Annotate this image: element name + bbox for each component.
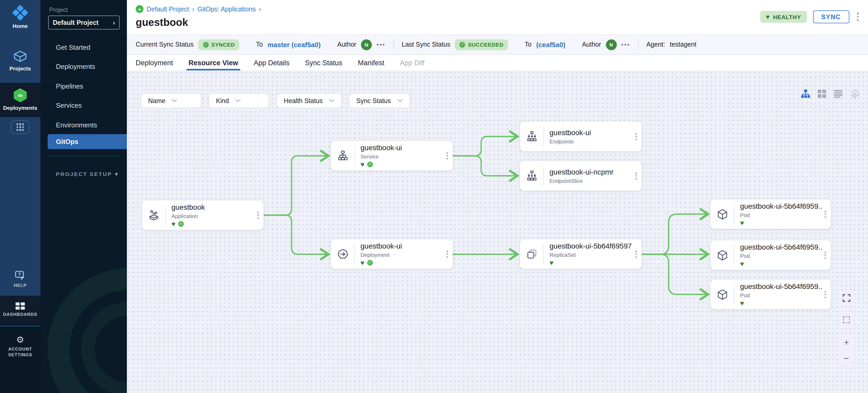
node-menu-kebab[interactable] [823, 280, 831, 309]
tab-deployment[interactable]: Deployment [136, 55, 173, 70]
zoom-in-button[interactable]: + [838, 334, 855, 351]
gitops-label: GitOps [56, 138, 79, 145]
help-chat-icon: ? [14, 270, 26, 281]
name-filter-dropdown[interactable]: Name [141, 93, 202, 108]
fit-to-screen-button[interactable] [838, 290, 855, 306]
last-revision-link[interactable]: (ceaf5a0) [536, 41, 565, 48]
tab-resource-view[interactable]: Resource View [188, 55, 238, 70]
kind-filter-dropdown[interactable]: Kind [209, 93, 269, 108]
sidebar-item-projects[interactable]: Projects [0, 50, 40, 71]
node-name: guestbook-ui-5b64f69597 [550, 242, 633, 250]
health-status-filter-dropdown[interactable]: Health Status [277, 93, 342, 108]
succeeded-badge-label: SUCCEEDED [468, 41, 503, 47]
node-endpointslice-guestbook-ui-ncpmr[interactable]: guestbook-ui-ncpmr EndpointSlice [520, 161, 642, 191]
node-name: guestbook-ui-5b64f6959... [740, 202, 823, 210]
sync-status-filter-dropdown[interactable]: Sync Status [349, 93, 410, 108]
node-endpoints-guestbook-ui[interactable]: guestbook-ui Endpoints [520, 122, 642, 151]
sidebar-item-help[interactable]: ? HELP [0, 270, 40, 288]
tab-sync-status[interactable]: Sync Status [305, 55, 342, 70]
node-application-guestbook[interactable]: guestbook Application ♥✓ [142, 200, 264, 230]
tree-view-icon[interactable] [801, 89, 810, 98]
node-pod-3[interactable]: guestbook-ui-5b64f6959... Pod ♥ [711, 280, 831, 309]
node-menu-kebab[interactable] [444, 141, 453, 170]
sidebar-item-pipelines[interactable]: Pipelines [40, 80, 127, 92]
grid-view-icon[interactable] [818, 90, 826, 98]
pod-kind-icon [711, 240, 734, 270]
module-sidebar: Home Projects ∞ Deployments [0, 0, 40, 393]
node-kind: EndpointSlice [550, 177, 633, 184]
breadcrumb: ∞ Default Project › GitOps: Applications… [136, 5, 868, 13]
sync-button[interactable]: SYNC [813, 10, 849, 23]
last-more-button[interactable]: ••• [621, 41, 630, 47]
project-setup-toggle[interactable]: PROJECT SETUP ▾ [40, 168, 127, 180]
health-badge-label: HEALTHY [773, 14, 801, 20]
account-label-line1: ACCOUNT [8, 347, 32, 352]
check-circle-icon: ✓ [203, 42, 209, 47]
breadcrumb-applications[interactable]: GitOps: Applications [197, 5, 256, 13]
healthy-heart-icon: ♥ [740, 260, 744, 267]
marquee-select-button[interactable] [838, 312, 855, 328]
help-label: HELP [14, 283, 26, 288]
pod-kind-icon [711, 199, 734, 229]
gear-icon: ⚙ [16, 335, 24, 344]
node-replicaset-guestbook-ui-5b64f69597[interactable]: guestbook-ui-5b64f69597 ReplicaSet ♥ [520, 239, 642, 269]
chevron-down-icon [398, 97, 403, 102]
healthy-heart-icon: ♥ [361, 161, 364, 167]
node-menu-kebab[interactable] [633, 122, 642, 151]
node-name: guestbook [172, 203, 255, 211]
sidebar-item-gitops[interactable]: GitOps [48, 134, 127, 149]
sync-status-bar: Current Sync Status ✓ SYNCED To master (… [127, 34, 868, 55]
node-name: guestbook-ui-ncpmr [550, 168, 633, 176]
sidebar-item-account-settings[interactable]: ⚙ ACCOUNT SETTINGS [0, 335, 40, 358]
tab-manifest[interactable]: Manifest [358, 55, 384, 70]
project-section-label: Project [49, 7, 68, 13]
sidebar-item-home[interactable]: Home [0, 6, 40, 29]
sidebar-item-deployments-menu[interactable]: Deployments [40, 60, 127, 72]
synced-badge-label: SYNCED [211, 41, 235, 47]
sidebar-item-deployments[interactable]: ∞ Deployments [0, 88, 40, 111]
heart-icon: ♥ [766, 13, 770, 20]
current-more-button[interactable]: ••• [376, 41, 385, 47]
author-avatar: N [361, 39, 372, 50]
current-sync-label: Current Sync Status [136, 41, 194, 48]
app-tabs: Deployment Resource View App Details Syn… [127, 55, 868, 70]
chevron-down-icon: ▾ [115, 171, 119, 177]
list-view-icon[interactable] [834, 90, 843, 98]
account-label-line2: SETTINGS [8, 352, 32, 357]
zoom-out-button[interactable]: − [838, 351, 855, 367]
project-selector[interactable]: Default Project › [48, 15, 120, 30]
application-kind-icon [142, 200, 165, 230]
node-menu-kebab[interactable] [633, 239, 642, 269]
node-menu-kebab[interactable] [255, 200, 264, 230]
node-menu-kebab[interactable] [823, 240, 831, 270]
current-author-label: Author [337, 41, 356, 48]
kind-filter-label: Kind [216, 97, 229, 104]
node-menu-kebab[interactable] [633, 161, 642, 191]
tab-app-details[interactable]: App Details [254, 55, 289, 70]
pipelines-label: Pipelines [56, 82, 83, 90]
node-menu-kebab[interactable] [444, 239, 453, 269]
sidebar-item-services[interactable]: Services [40, 99, 127, 111]
chevron-down-icon [236, 97, 241, 102]
resource-tree-canvas[interactable]: Name Kind Health Status Sync Status [127, 70, 868, 393]
node-service-guestbook-ui[interactable]: guestbook-ui Service ♥✓ [331, 141, 453, 170]
module-picker-button[interactable] [11, 120, 30, 134]
network-view-icon[interactable] [850, 89, 860, 98]
app-menu-kebab[interactable] [855, 11, 860, 23]
node-pod-2[interactable]: guestbook-ui-5b64f6959... Pod ♥ [711, 240, 831, 270]
module-grid-icon [17, 124, 24, 131]
zoom-control: + − [838, 334, 855, 367]
node-name: guestbook-ui [361, 144, 444, 152]
sidebar-item-dashboards[interactable]: DASHBOARDS [0, 302, 40, 317]
sidebar-item-environments[interactable]: Environments [40, 119, 127, 131]
current-revision-link[interactable]: master (ceaf5a0) [268, 41, 320, 48]
svg-text:∞: ∞ [18, 91, 23, 99]
projects-label: Projects [9, 65, 31, 71]
node-pod-1[interactable]: guestbook-ui-5b64f6959... Pod ♥ [711, 199, 831, 229]
sidebar-item-get-started[interactable]: Get Started [40, 41, 127, 53]
environments-label: Environments [56, 121, 97, 129]
breadcrumb-project[interactable]: Default Project [147, 5, 189, 13]
node-deployment-guestbook-ui[interactable]: guestbook-ui Deployment ♥✓ [331, 239, 453, 269]
tab-app-diff: App Diff [400, 55, 425, 70]
node-menu-kebab[interactable] [823, 199, 831, 229]
